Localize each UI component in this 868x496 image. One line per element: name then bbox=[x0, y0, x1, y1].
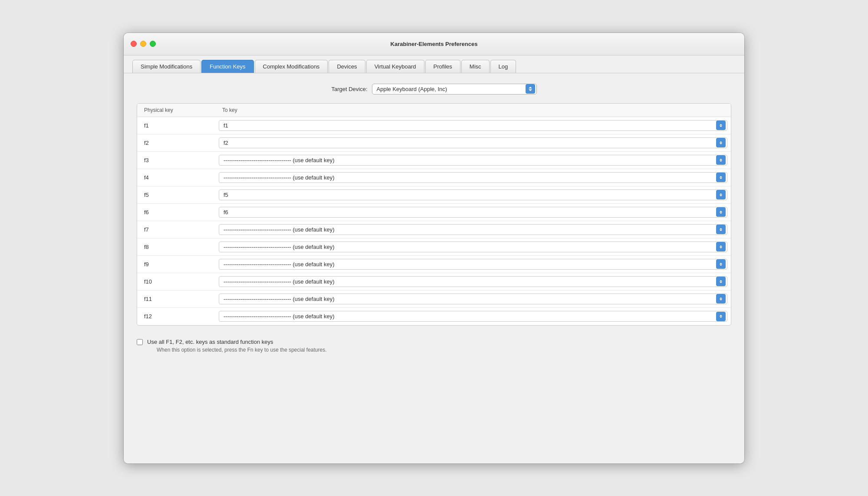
standard-function-keys-checkbox[interactable] bbox=[137, 339, 143, 345]
physical-key-f9: f9 bbox=[137, 258, 215, 270]
tab-simple-modifications[interactable]: Simple Modifications bbox=[132, 60, 201, 73]
standard-function-keys-row: Use all F1, F2, etc. keys as standard fu… bbox=[137, 334, 731, 357]
to-key-select-f3[interactable]: ------------------------------------ (us… bbox=[219, 155, 727, 166]
physical-key-f5: f5 bbox=[137, 189, 215, 201]
checkbox-sublabel: When this option is selected, press the … bbox=[147, 347, 327, 353]
tab-devices[interactable]: Devices bbox=[329, 60, 365, 73]
device-select[interactable]: Apple Keyboard (Apple, Inc) bbox=[372, 84, 537, 95]
table-row: f6f6 bbox=[137, 204, 731, 221]
tab-profiles[interactable]: Profiles bbox=[425, 60, 460, 73]
physical-key-f2: f2 bbox=[137, 137, 215, 149]
device-select-wrapper: Apple Keyboard (Apple, Inc) bbox=[372, 84, 537, 95]
table-row: f11------------------------------------ … bbox=[137, 290, 731, 308]
tab-virtual-keyboard[interactable]: Virtual Keyboard bbox=[366, 60, 424, 73]
table-row: f1f1 bbox=[137, 117, 731, 134]
physical-key-f6: f6 bbox=[137, 206, 215, 218]
physical-key-header: Physical key bbox=[144, 107, 222, 113]
function-keys-table: Physical key To key f1f1f2f2f3----------… bbox=[137, 103, 731, 326]
to-key-select-f7[interactable]: ------------------------------------ (us… bbox=[219, 224, 727, 235]
to-key-select-f4[interactable]: ------------------------------------ (us… bbox=[219, 172, 727, 183]
to-key-select-f12[interactable]: ------------------------------------ (us… bbox=[219, 311, 727, 322]
table-row: f10------------------------------------ … bbox=[137, 273, 731, 290]
app-window: Karabiner-Elements Preferences Simple Mo… bbox=[124, 33, 744, 463]
close-button[interactable] bbox=[131, 41, 137, 47]
to-key-select-f10[interactable]: ------------------------------------ (us… bbox=[219, 276, 727, 287]
physical-key-f3: f3 bbox=[137, 154, 215, 166]
tab-misc[interactable]: Misc bbox=[461, 60, 490, 73]
table-body: f1f1f2f2f3------------------------------… bbox=[137, 117, 731, 325]
physical-key-f1: f1 bbox=[137, 120, 215, 131]
physical-key-f10: f10 bbox=[137, 276, 215, 287]
to-key-select-f5[interactable]: f5 bbox=[219, 189, 727, 200]
to-key-select-f9[interactable]: ------------------------------------ (us… bbox=[219, 259, 727, 270]
table-row: f5f5 bbox=[137, 186, 731, 204]
to-key-select-f2[interactable]: f2 bbox=[219, 137, 727, 148]
checkbox-text-col: Use all F1, F2, etc. keys as standard fu… bbox=[147, 339, 327, 353]
to-key-header: To key bbox=[222, 107, 724, 113]
physical-key-f12: f12 bbox=[137, 310, 215, 322]
minimize-button[interactable] bbox=[140, 41, 146, 47]
to-key-select-f11[interactable]: ------------------------------------ (us… bbox=[219, 294, 727, 304]
main-content: Target Device: Apple Keyboard (Apple, In… bbox=[124, 73, 744, 463]
target-device-label: Target Device: bbox=[331, 86, 367, 92]
table-row: f3------------------------------------ (… bbox=[137, 152, 731, 169]
checkbox-label: Use all F1, F2, etc. keys as standard fu… bbox=[147, 339, 327, 345]
table-header: Physical key To key bbox=[137, 104, 731, 117]
tab-function-keys[interactable]: Function Keys bbox=[201, 60, 253, 73]
table-row: f2f2 bbox=[137, 134, 731, 152]
physical-key-f11: f11 bbox=[137, 293, 215, 305]
to-key-select-f1[interactable]: f1 bbox=[219, 120, 727, 131]
maximize-button[interactable] bbox=[150, 41, 156, 47]
table-row: f9------------------------------------ (… bbox=[137, 256, 731, 273]
tab-log[interactable]: Log bbox=[490, 60, 516, 73]
tab-bar: Simple Modifications Function Keys Compl… bbox=[124, 55, 744, 73]
to-key-select-f8[interactable]: ------------------------------------ (us… bbox=[219, 241, 727, 252]
to-key-select-f6[interactable]: f6 bbox=[219, 207, 727, 218]
physical-key-f4: f4 bbox=[137, 172, 215, 183]
physical-key-f7: f7 bbox=[137, 224, 215, 235]
table-row: f8------------------------------------ (… bbox=[137, 238, 731, 256]
table-row: f12------------------------------------ … bbox=[137, 308, 731, 325]
tab-complex-modifications[interactable]: Complex Modifications bbox=[255, 60, 328, 73]
titlebar: Karabiner-Elements Preferences bbox=[124, 33, 744, 55]
physical-key-f8: f8 bbox=[137, 241, 215, 253]
window-controls bbox=[131, 41, 156, 47]
table-row: f7------------------------------------ (… bbox=[137, 221, 731, 238]
target-device-row: Target Device: Apple Keyboard (Apple, In… bbox=[137, 84, 731, 95]
table-row: f4------------------------------------ (… bbox=[137, 169, 731, 186]
window-title: Karabiner-Elements Preferences bbox=[391, 41, 478, 47]
